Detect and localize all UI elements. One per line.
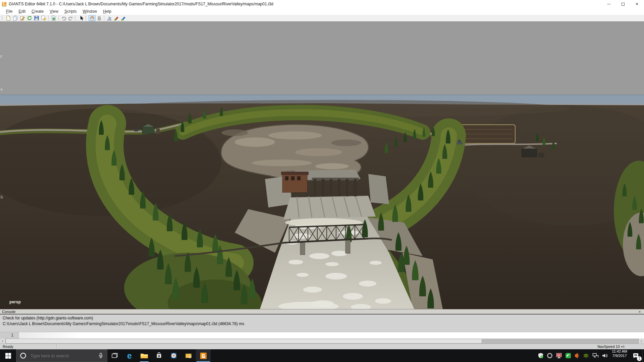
refresh-icon xyxy=(27,15,32,21)
lock-icon xyxy=(97,15,102,21)
scrollbar-thumb[interactable] xyxy=(6,339,482,344)
cursor-arrow-icon xyxy=(79,15,84,21)
save-icon xyxy=(34,15,39,21)
microphone-icon[interactable] xyxy=(98,353,104,359)
lock-button[interactable] xyxy=(96,15,103,21)
start-button[interactable] xyxy=(0,349,16,362)
viewport-edge-mark: S xyxy=(0,195,3,199)
export-star-icon xyxy=(41,15,46,21)
cortana-ring-icon xyxy=(20,352,26,359)
open-file-icon xyxy=(13,15,18,21)
line-number-gutter: 1 xyxy=(0,332,19,339)
green-app-tray-icon[interactable] xyxy=(565,353,571,359)
sky xyxy=(0,21,644,104)
terrain-raise-button[interactable] xyxy=(106,15,113,21)
toolbar-separator xyxy=(104,15,104,20)
toolbar-grip[interactable] xyxy=(2,16,3,20)
taskbar-edge[interactable]: e xyxy=(122,349,137,362)
window-title: GIANTS Editor 64bit 7.1.0 - C:/Users/Jac… xyxy=(9,2,273,6)
scroll-left-button[interactable]: ‹ xyxy=(0,339,6,344)
edge-icon: e xyxy=(127,352,132,360)
console-close-icon[interactable]: × xyxy=(637,310,642,314)
terrain-edit-mode-button[interactable] xyxy=(89,15,96,21)
toolbar-grip[interactable] xyxy=(86,16,87,20)
menu-edit[interactable]: Edit xyxy=(15,8,29,14)
maximize-button[interactable] xyxy=(616,0,630,8)
open-file-button[interactable] xyxy=(12,15,19,21)
add-object-button[interactable] xyxy=(50,15,57,21)
outlook-icon xyxy=(184,352,193,359)
onedrive-tray-icon[interactable] xyxy=(547,353,553,359)
save-button[interactable] xyxy=(33,15,40,21)
menu-view[interactable]: View xyxy=(47,8,61,14)
paint-blue-icon xyxy=(121,15,126,21)
windows-logo-icon xyxy=(5,353,11,359)
console-line: Check for updates (http://gdn.giants-sof… xyxy=(3,315,641,321)
taskbar-giants-editor[interactable] xyxy=(196,349,211,362)
undo-button[interactable] xyxy=(60,15,67,21)
task-view-icon xyxy=(111,352,118,359)
toolbar-separator xyxy=(58,15,59,20)
console-title: Console xyxy=(2,310,15,314)
menu-window[interactable]: Window xyxy=(80,8,100,14)
console-line: C:\Users\Jack L Brown\Documents\My Games… xyxy=(3,321,641,327)
status-ready-text: Ready xyxy=(3,345,13,349)
select-tool-button[interactable] xyxy=(78,15,85,21)
file-explorer-icon xyxy=(140,352,148,359)
taskbar-search-box[interactable] xyxy=(16,349,107,362)
viewport-edge-mark: F xyxy=(0,55,3,59)
menu-help[interactable]: Help xyxy=(100,8,114,14)
edit-file-icon xyxy=(20,15,25,21)
volume-tray-icon[interactable] xyxy=(602,353,608,359)
taskbar-search-input[interactable] xyxy=(30,353,90,359)
taskbar-clock[interactable]: 11:42 AM 7/9/2017 xyxy=(609,349,630,362)
export-button[interactable] xyxy=(40,15,47,21)
status-bar: Ready NavSpeed 10 +/- xyxy=(0,344,644,349)
viewport-panel: persp F 4 S xyxy=(0,21,644,309)
menu-file[interactable]: File xyxy=(3,8,15,14)
redo-icon xyxy=(68,15,73,21)
show-desktop-button[interactable] xyxy=(642,349,644,362)
svg-text:SC: SC xyxy=(557,354,561,357)
nvidia-tray-icon[interactable] xyxy=(583,353,589,359)
media-player-icon xyxy=(170,352,177,359)
scroll-right-button[interactable]: › xyxy=(638,339,644,344)
refresh-button[interactable] xyxy=(26,15,33,21)
task-view-button[interactable] xyxy=(107,349,122,362)
edit-file-button[interactable] xyxy=(19,15,26,21)
status-divider xyxy=(56,344,57,349)
horizontal-scrollbar[interactable]: ‹ › xyxy=(0,339,644,344)
taskbar-media-player[interactable] xyxy=(166,349,181,362)
foliage-paint-red-button[interactable] xyxy=(113,15,120,21)
system-tray: SC xyxy=(536,349,609,362)
script-input-line[interactable] xyxy=(19,332,644,339)
close-button[interactable]: ✕ xyxy=(630,0,644,8)
clock-time: 11:42 AM xyxy=(612,349,627,354)
network-tray-icon[interactable] xyxy=(592,353,599,359)
taskbar-store[interactable] xyxy=(152,349,166,362)
console-header: Console × xyxy=(0,309,644,314)
minimize-button[interactable] xyxy=(602,0,616,8)
store-icon xyxy=(155,352,163,359)
menu-scripts[interactable]: Scripts xyxy=(61,8,80,14)
sc-monitor-tray-icon[interactable]: SC xyxy=(556,353,562,359)
toolbar-grip[interactable] xyxy=(75,16,76,20)
new-file-button[interactable] xyxy=(5,15,12,21)
windows-taskbar: e xyxy=(0,349,644,362)
camera-label: persp xyxy=(9,300,21,304)
menu-bar: File Edit Create View Scripts Window Hel… xyxy=(0,8,644,15)
redo-button[interactable] xyxy=(67,15,74,21)
foliage-paint-blue-button[interactable] xyxy=(120,15,127,21)
defender-tray-icon[interactable] xyxy=(538,353,544,359)
console-output[interactable]: Check for updates (http://gdn.giants-sof… xyxy=(0,314,644,332)
action-center-button[interactable]: 1 xyxy=(630,349,642,362)
new-file-icon xyxy=(6,15,11,21)
viewport-edge-mark: 4 xyxy=(0,87,2,92)
taskbar-file-explorer[interactable] xyxy=(137,349,152,362)
taskbar-outlook[interactable] xyxy=(181,349,196,362)
paint-red-icon xyxy=(114,15,119,21)
viewport-3d-scene[interactable] xyxy=(0,21,644,309)
audio-app-tray-icon[interactable] xyxy=(574,353,580,359)
terrain-raise-icon xyxy=(107,15,112,21)
menu-create[interactable]: Create xyxy=(29,8,47,14)
